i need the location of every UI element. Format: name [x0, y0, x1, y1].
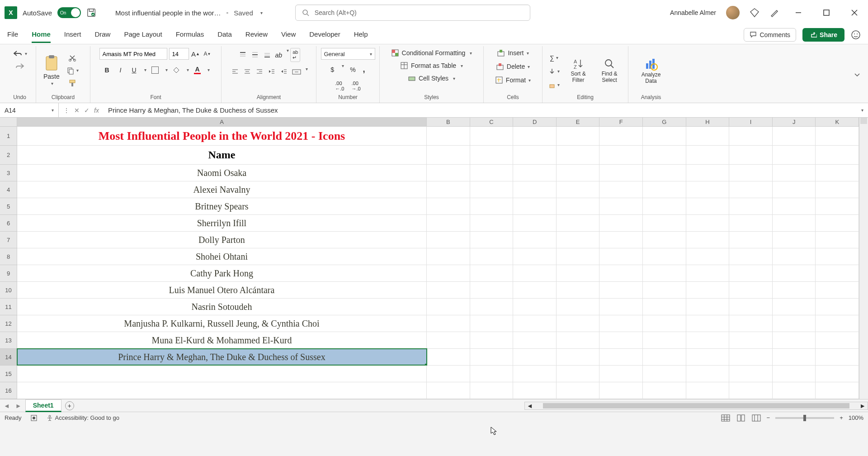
cell-C6[interactable]	[470, 215, 514, 231]
maximize-button[interactable]	[817, 4, 835, 22]
expand-formula-bar-button[interactable]: ▾	[857, 108, 868, 113]
menu-tab-home[interactable]: Home	[32, 27, 51, 43]
row-header-13[interactable]: 13	[0, 332, 17, 349]
italic-button[interactable]: I	[115, 65, 125, 75]
cell-J11[interactable]	[773, 299, 816, 315]
align-right-button[interactable]	[254, 66, 265, 77]
cell-E11[interactable]	[557, 299, 600, 315]
cell-D1[interactable]	[513, 127, 557, 145]
cell-I7[interactable]	[729, 232, 773, 248]
row-header-4[interactable]: 4	[0, 181, 17, 198]
cell-B5[interactable]	[427, 198, 470, 214]
cell-C14[interactable]	[470, 349, 514, 365]
cell-H10[interactable]	[686, 282, 730, 298]
zoom-in-button[interactable]: +	[840, 414, 843, 421]
cell-B11[interactable]	[427, 299, 470, 315]
row-header-11[interactable]: 11	[0, 299, 17, 315]
cell-F5[interactable]	[599, 198, 643, 214]
zoom-slider[interactable]	[775, 417, 834, 419]
cell-A14[interactable]: Prince Harry & Meghan, The Duke & Duches…	[17, 349, 427, 365]
increase-font-button[interactable]: A▲	[191, 49, 201, 59]
cell-H15[interactable]	[686, 366, 730, 382]
cell-E5[interactable]	[557, 198, 600, 214]
add-sheet-button[interactable]: +	[65, 401, 74, 410]
row-header-10[interactable]: 10	[0, 282, 17, 299]
cell-A16[interactable]	[17, 382, 427, 399]
cell-F14[interactable]	[599, 349, 643, 365]
cell-I10[interactable]	[729, 282, 773, 298]
sheet-tab-active[interactable]: Sheet1	[25, 399, 61, 412]
cell-I16[interactable]	[729, 382, 773, 399]
cell-C8[interactable]	[470, 248, 514, 265]
cell-G14[interactable]	[643, 349, 686, 365]
cell-C9[interactable]	[470, 265, 514, 281]
row-header-5[interactable]: 5	[0, 198, 17, 215]
cell-B6[interactable]	[427, 215, 470, 231]
decrease-indent-button[interactable]	[266, 66, 277, 77]
copy-button[interactable]: ▾	[65, 65, 80, 76]
cell-C1[interactable]	[470, 127, 514, 145]
borders-button[interactable]	[150, 65, 160, 75]
cell-K2[interactable]	[816, 146, 859, 164]
cell-F16[interactable]	[599, 382, 643, 399]
menu-tab-file[interactable]: File	[7, 27, 18, 43]
cell-D11[interactable]	[513, 299, 557, 315]
cell-E2[interactable]	[557, 146, 600, 164]
cell-H13[interactable]	[686, 332, 730, 348]
search-input[interactable]: Search (Alt+Q)	[295, 5, 530, 21]
conditional-formatting-button[interactable]: Conditional Formatting▾	[389, 48, 474, 58]
cell-C10[interactable]	[470, 282, 514, 298]
cell-A11[interactable]: Nasrin Sotoudeh	[17, 299, 427, 315]
cell-C4[interactable]	[470, 181, 514, 198]
cell-J16[interactable]	[773, 382, 816, 399]
cell-F1[interactable]	[599, 127, 643, 145]
zoom-level[interactable]: 100%	[849, 414, 863, 421]
cell-K11[interactable]	[816, 299, 859, 315]
name-box[interactable]: A14 ▾	[0, 103, 59, 117]
cell-J8[interactable]	[773, 248, 816, 265]
share-button[interactable]: Share	[802, 28, 844, 42]
cell-J7[interactable]	[773, 232, 816, 248]
cell-I15[interactable]	[729, 366, 773, 382]
row-header-6[interactable]: 6	[0, 215, 17, 232]
menu-tab-data[interactable]: Data	[217, 27, 232, 43]
decrease-decimal-button[interactable]: .00→.0	[350, 79, 362, 93]
cell-G11[interactable]	[643, 299, 686, 315]
cell-E1[interactable]	[557, 127, 600, 145]
delete-cells-button[interactable]: Delete▾	[495, 62, 531, 71]
row-header-3[interactable]: 3	[0, 165, 17, 181]
cell-J13[interactable]	[773, 332, 816, 348]
menu-tab-insert[interactable]: Insert	[64, 27, 81, 43]
cell-J15[interactable]	[773, 366, 816, 382]
cell-J3[interactable]	[773, 165, 816, 181]
page-break-view-button[interactable]	[751, 414, 761, 422]
cell-B2[interactable]	[427, 146, 470, 164]
format-painter-button[interactable]	[65, 78, 80, 89]
cell-K7[interactable]	[816, 232, 859, 248]
smiley-icon[interactable]	[851, 30, 861, 40]
cell-K13[interactable]	[816, 332, 859, 348]
menu-tab-view[interactable]: View	[281, 27, 296, 43]
cell-D2[interactable]	[513, 146, 557, 164]
paste-button[interactable]: Paste▾	[41, 53, 62, 88]
cell-C13[interactable]	[470, 332, 514, 348]
cell-E15[interactable]	[557, 366, 600, 382]
column-header-A[interactable]: A	[17, 118, 427, 126]
cell-C16[interactable]	[470, 382, 514, 399]
column-header-E[interactable]: E	[557, 118, 600, 126]
cell-C11[interactable]	[470, 299, 514, 315]
column-header-B[interactable]: B	[427, 118, 470, 126]
column-header-H[interactable]: H	[686, 118, 730, 126]
cell-B13[interactable]	[427, 332, 470, 348]
cancel-formula-button[interactable]: ✕	[74, 107, 80, 114]
cell-E13[interactable]	[557, 332, 600, 348]
horizontal-scrollbar[interactable]: ◄►	[524, 402, 868, 410]
row-header-9[interactable]: 9	[0, 265, 17, 282]
orientation-button[interactable]: ab	[274, 48, 284, 62]
select-all-button[interactable]	[0, 118, 17, 127]
cell-C7[interactable]	[470, 232, 514, 248]
row-header-15[interactable]: 15	[0, 366, 17, 382]
cell-K12[interactable]	[816, 315, 859, 332]
cell-H7[interactable]	[686, 232, 730, 248]
sort-filter-button[interactable]: AZ Sort & Filter	[566, 56, 591, 85]
